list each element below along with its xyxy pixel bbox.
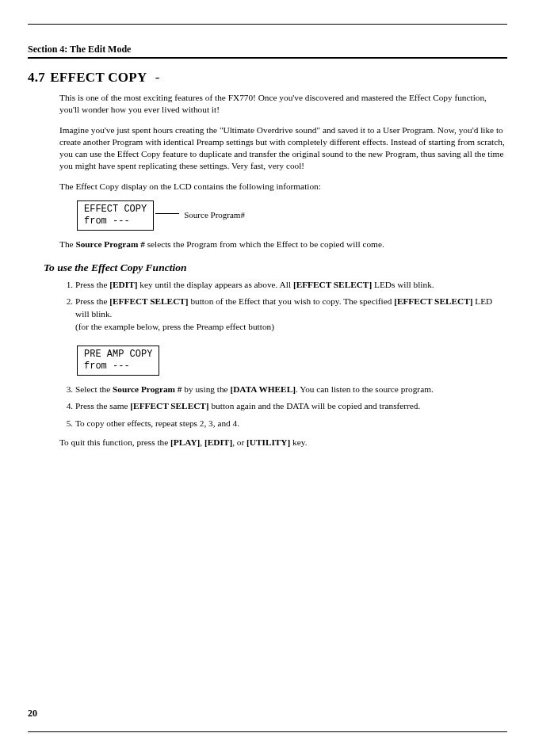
text: Select the — [75, 384, 113, 394]
lcd-line-text: from --- — [84, 216, 130, 227]
bold: [PLAY] — [170, 437, 200, 447]
text: button again and the DATA will be copied… — [209, 401, 421, 410]
page: Section 4: The Edit Mode 4.7 EFFECT COPY… — [0, 0, 535, 756]
bold: Source Program # — [113, 384, 182, 394]
top-rule — [28, 24, 507, 25]
paragraph-2: Imagine you've just spent hours creating… — [59, 124, 507, 173]
text: by using the — [182, 384, 231, 394]
text: selects the Program from which the Effec… — [145, 239, 384, 249]
text: . You can listen to the source program. — [296, 384, 434, 394]
heading-dash: - — [155, 70, 160, 86]
heading-title: EFFECT COPY — [50, 70, 147, 86]
text: button of the Effect that you wish to co… — [189, 296, 395, 306]
text: key until the display appears as above. … — [137, 280, 292, 289]
bold: [UTILITY] — [246, 437, 290, 447]
text: Press the — [75, 296, 109, 306]
lcd-annotation: Source Program# — [184, 209, 245, 221]
paragraph-4: The Source Program # selects the Program… — [59, 239, 507, 250]
bold: [EDIT] — [204, 437, 232, 447]
step-3: Select the Source Program # by using the… — [75, 384, 507, 395]
lcd-display-1-row: EFFECT COPY from --- Source Program# — [59, 200, 507, 231]
body-block: This is one of the most exciting feature… — [59, 92, 507, 250]
bold: [EFFECT SELECT] — [130, 401, 208, 410]
lcd-line: PRE AMP COPY — [84, 349, 152, 361]
subheading: To use the Effect Copy Function — [44, 262, 507, 274]
heading-number: 4.7 — [28, 70, 45, 86]
bold: [EFFECT SELECT] — [394, 296, 472, 306]
step-5: To copy other effects, repeat steps 2, 3… — [75, 418, 507, 430]
bold: [DATA WHEEL] — [230, 384, 296, 394]
paragraph-3: The Effect Copy display on the LCD conta… — [59, 181, 507, 193]
page-number: 20 — [28, 708, 37, 720]
lcd-line: from --- — [84, 216, 147, 227]
lcd-line: from --- — [84, 361, 152, 372]
text: To quit this function, press the — [59, 437, 170, 447]
bold: [EFFECT SELECT] — [109, 296, 188, 306]
section-heading: 4.7 EFFECT COPY - — [28, 70, 507, 86]
bold: Source Program # — [75, 239, 144, 249]
lcd-display-2: PRE AMP COPY from --- — [77, 346, 159, 376]
step-4: Press the same [EFFECT SELECT] button ag… — [75, 400, 507, 412]
paragraph-1: This is one of the most exciting feature… — [59, 92, 507, 116]
bold: [EDIT] — [109, 280, 137, 289]
text: , or — [232, 437, 246, 447]
text: LEDs will blink. — [372, 280, 434, 289]
text: Press the same — [75, 401, 130, 410]
steps-list: Press the [EDIT] key until the display a… — [59, 279, 507, 333]
lcd-display-1: EFFECT COPY from --- — [77, 200, 154, 231]
step-2: Press the [EFFECT SELECT] button of the … — [75, 296, 507, 333]
steps-list-cont: Select the Source Program # by using the… — [59, 384, 507, 430]
section-header: Section 4: The Edit Mode — [28, 44, 507, 59]
text: key. — [290, 437, 307, 447]
step-1: Press the [EDIT] key until the display a… — [75, 279, 507, 291]
bottom-rule — [28, 731, 507, 732]
lcd-line: EFFECT COPY — [84, 204, 147, 216]
text: Press the — [75, 280, 109, 289]
leader-line — [155, 213, 179, 214]
text: The — [59, 239, 75, 249]
bold: [EFFECT SELECT] — [293, 280, 372, 289]
closing-paragraph: To quit this function, press the [PLAY],… — [59, 437, 507, 447]
step-2-sub: (for the example below, press the Preamp… — [75, 321, 507, 333]
